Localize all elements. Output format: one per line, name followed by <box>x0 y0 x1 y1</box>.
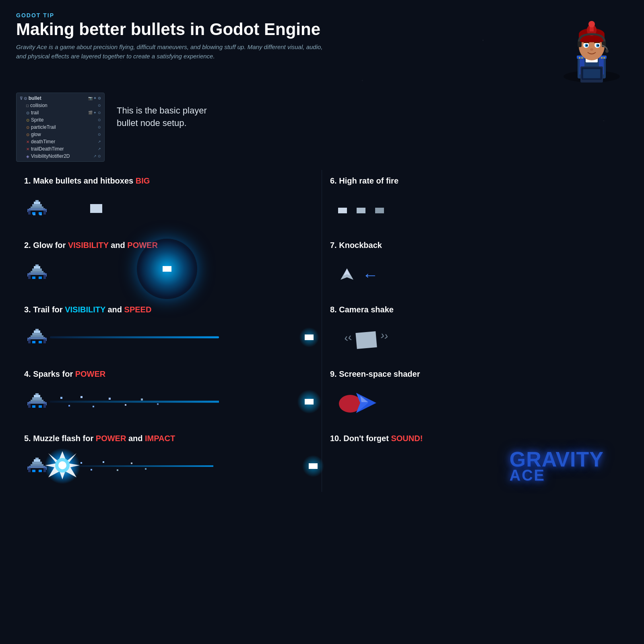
svg-rect-93 <box>39 470 42 472</box>
muzzle-spark-5 <box>131 462 132 464</box>
svg-rect-48 <box>29 272 45 275</box>
svg-rect-53 <box>32 277 35 279</box>
node-row-glow: ⊙ glow ⊙ <box>17 131 104 138</box>
spark-2 <box>68 405 70 407</box>
muzzle-spark-6 <box>145 468 147 470</box>
bullet-3 <box>375 208 384 213</box>
collision-icon: □ <box>26 103 29 108</box>
svg-rect-90 <box>28 468 31 472</box>
tip-1: 1. Make bullets and hitboxes BIG <box>16 170 322 234</box>
svg-point-96 <box>58 461 66 469</box>
svg-rect-64 <box>28 339 31 343</box>
tip-3-title: 3. Trail for VISIBILITY and SPEED <box>24 305 314 314</box>
svg-rect-78 <box>39 405 42 408</box>
tip-3: 3. Trail for VISIBILITY and SPEED <box>16 299 322 363</box>
svg-rect-43 <box>39 214 42 215</box>
tip-4-title: 4. Sparks for POWER <box>24 369 314 379</box>
svg-point-17 <box>586 45 588 46</box>
svg-point-24 <box>605 50 609 53</box>
tip-4: 4. Sparks for POWER <box>16 363 322 427</box>
camera-box <box>355 331 377 349</box>
tip-8-title: 8. Camera shake <box>330 305 620 314</box>
tip-2-ship <box>24 263 50 283</box>
node-row-collision: □ collision ⊙ <box>17 102 104 109</box>
sprite-icon: ⊙ <box>26 118 29 122</box>
svg-rect-19 <box>584 42 589 43</box>
spark-7 <box>141 398 143 400</box>
node-row-trail: ⊙ trail 🎬 ✦ ⊙ <box>17 109 104 116</box>
basic-player-description: This is the basic player bullet node set… <box>117 93 207 130</box>
spark-3 <box>80 396 83 398</box>
tip-6: 6. High rate of fire <box>322 170 628 234</box>
spark-5 <box>109 398 111 400</box>
tip-1-visual <box>24 190 314 227</box>
shake-motion-right: ›› <box>380 329 390 343</box>
visibility-notifier-icon: ◈ <box>26 154 29 159</box>
svg-rect-20 <box>594 42 600 43</box>
bullet-1 <box>338 208 347 213</box>
shake-motion-left: ‹‹ <box>343 331 353 345</box>
muzzle-trail-line <box>72 465 213 467</box>
spark-trail-line <box>50 401 219 403</box>
tip-10-title: 10. Don't forget SOUND! <box>330 434 620 443</box>
svg-point-18 <box>597 45 599 46</box>
tip-7: 7. Knockback ← <box>322 234 628 299</box>
hitbox-rect <box>90 204 102 213</box>
spark-6 <box>125 404 126 406</box>
glow-icon: ⊙ <box>26 132 29 137</box>
svg-rect-42 <box>33 214 35 215</box>
tip-5: 5. Muzzle flash for POWER and IMPACT <box>16 427 322 492</box>
node-row-visibility: ◈ VisibilityNotifier2D ↗ ⊙ <box>17 153 104 160</box>
svg-rect-77 <box>32 405 35 408</box>
tip-10-visual: GRAVITY ACE <box>330 448 620 484</box>
node-row-sprite: ⊙ Sprite ⊙ <box>17 116 104 124</box>
tip-4-ship <box>24 392 50 412</box>
svg-rect-22 <box>578 41 582 47</box>
spark-1 <box>60 397 62 399</box>
tip-7-visual: ← <box>330 255 620 291</box>
tip-3-visual <box>24 319 314 355</box>
svg-rect-67 <box>39 341 42 343</box>
knockback-ship <box>338 268 356 282</box>
avatar: ★★ ★★ <box>555 12 628 85</box>
trail-icon: ⊙ <box>26 111 29 115</box>
tip-4-visual <box>24 384 314 420</box>
tip-8: 8. Camera shake ‹‹ ›› <box>322 299 628 363</box>
shader-visual-svg <box>338 387 382 419</box>
svg-rect-66 <box>32 341 35 343</box>
muzzle-spark-2 <box>91 469 92 471</box>
tip-8-visual: ‹‹ ›› <box>330 319 620 355</box>
tips-grid: 1. Make bullets and hitboxes BIG <box>16 170 628 492</box>
node-row-particle-trail: ⊙ particleTrail ⊙ <box>17 124 104 131</box>
header-left: GODOT TIP Making better bullets in Godot… <box>16 12 555 61</box>
svg-rect-38 <box>28 211 31 215</box>
tip-2-visual <box>24 255 314 291</box>
tip-9-visual <box>330 384 620 420</box>
svg-rect-54 <box>39 277 42 279</box>
svg-rect-39 <box>43 211 46 215</box>
header: GODOT TIP Making better bullets in Godot… <box>16 12 628 85</box>
glowing-bullet <box>163 266 171 272</box>
svg-rect-76 <box>43 404 46 408</box>
muzzle-spark-1 <box>80 462 82 464</box>
tip-5-title: 5. Muzzle flash for POWER and IMPACT <box>24 434 314 443</box>
glow-effect <box>137 239 197 299</box>
particle-trail-icon: ⊙ <box>26 125 29 130</box>
death-timer-icon: ✕ <box>26 140 29 144</box>
tip-9: 9. Screen-space shader <box>322 363 628 427</box>
gravity-ace-logo: GRAVITY ACE <box>510 450 604 483</box>
tip-1-title: 1. Make bullets and hitboxes BIG <box>24 176 314 186</box>
spark-8 <box>157 403 159 405</box>
svg-rect-35 <box>29 208 45 211</box>
svg-rect-52 <box>43 275 46 279</box>
character-avatar: ★★ ★★ <box>555 12 628 85</box>
tip-2: 2. Glow for VISIBILITY and POWER <box>16 234 322 299</box>
muzzle-end-bullet <box>309 463 318 469</box>
trail-line <box>50 336 219 339</box>
svg-text:★★: ★★ <box>601 56 605 59</box>
spark-4 <box>93 406 94 407</box>
godot-tip-label: GODOT TIP <box>16 12 555 19</box>
tip-3-ship <box>24 327 50 347</box>
tip-7-title: 7. Knockback <box>330 241 620 250</box>
tip-5-visual <box>24 448 314 484</box>
